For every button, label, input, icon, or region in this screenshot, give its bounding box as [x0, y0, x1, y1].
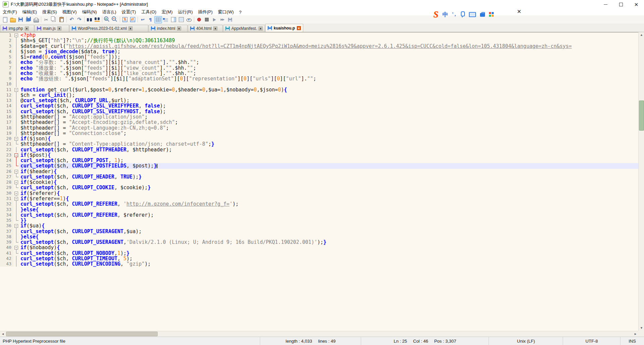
menu-item-1[interactable]: 文件(F) [0, 9, 20, 15]
menu-item-13[interactable]: ? [236, 9, 244, 15]
zoom-in-button[interactable] [103, 16, 111, 23]
menu-item-11[interactable]: 插件(P) [196, 9, 215, 15]
redo-button[interactable]: ↷ [75, 16, 83, 23]
sync-vertical-scrolling-button[interactable] [121, 16, 129, 23]
scroll-right-arrow[interactable]: ► [633, 331, 638, 337]
menu-item-10[interactable]: 运行(R) [175, 9, 195, 15]
document-map-button[interactable] [170, 16, 177, 23]
code-line[interactable]: 2$hh=$_GET["hh"]?:"\n";//换行符号(默认\n)QQ:30… [0, 38, 638, 43]
code-line[interactable]: 9echo "播放链接: ".$json["feeds"][$i]["adapt… [0, 76, 638, 81]
ime-language-toggle[interactable]: 中 [442, 11, 448, 18]
scroll-left-arrow[interactable]: ◄ [0, 331, 6, 337]
horizontal-scrollbar-thumb[interactable] [6, 332, 158, 336]
sogou-logo-icon[interactable]: S [433, 10, 438, 19]
code-line[interactable]: 21$httpheader[] = "Content-Type:applicat… [0, 141, 638, 147]
code-line[interactable]: 26if($header){ [0, 169, 638, 174]
menu-item-12[interactable]: 窗口(W) [215, 9, 236, 15]
new-file-button[interactable] [1, 16, 9, 23]
word-wrap-button[interactable]: ↩ [139, 16, 147, 23]
save-all-button[interactable] [24, 16, 32, 23]
code-line[interactable]: 6echo "分享数: ".$json["feeds"][$i]["share_… [0, 60, 638, 65]
menu-item-8[interactable]: 工具(O) [139, 9, 159, 15]
menu-item-7[interactable]: 设置(T) [119, 9, 139, 15]
code-line[interactable]: 25curl_setopt($ch, CURLOPT_POSTFIELDS, $… [0, 163, 638, 168]
tab-img.php[interactable]: img.phpx [0, 25, 34, 32]
copy-button[interactable] [50, 16, 58, 23]
code-line[interactable]: 12$ch = curl_init(); [0, 92, 638, 98]
maximize-button[interactable] [613, 0, 629, 9]
code-line[interactable]: 38}else{ [0, 234, 638, 239]
grid-icon[interactable] [489, 12, 494, 17]
code-line[interactable]: 7echo "播放量: ".$json["feeds"][$i]["view_c… [0, 65, 638, 71]
code-line[interactable]: 24curl_setopt($ch, CURLOPT_POST, 1); [0, 158, 638, 163]
code-line[interactable]: 19$httpheader[] = "Connection:close"; [0, 131, 638, 136]
tab-kuaishou.php[interactable]: kuaishou.phpx [265, 24, 303, 32]
fold-collapse-icon[interactable] [13, 32, 19, 38]
scroll-up-arrow[interactable]: ▲ [639, 32, 644, 38]
fold-collapse-icon[interactable] [13, 169, 19, 174]
tab-main.js[interactable]: main.jsx [35, 25, 69, 32]
fold-collapse-icon[interactable] [13, 87, 19, 92]
tab-close-icon[interactable]: x [25, 26, 29, 30]
tab-index.html[interactable]: index.htmlx [149, 25, 187, 32]
menu-item-6[interactable]: 语言(L) [100, 9, 119, 15]
code-line[interactable]: 34curl_setopt($ch, CURLOPT_REFERER, $ref… [0, 212, 638, 218]
menu-item-5[interactable]: 编码(N) [79, 9, 100, 15]
scroll-down-arrow[interactable]: ▼ [639, 325, 644, 331]
code-line[interactable]: 40if($nobaody){ [0, 245, 638, 250]
code-line[interactable]: 3$data=get_curl("https://apissl.gifshow.… [0, 44, 638, 49]
code-line[interactable]: 32curl_setopt($ch, CURLOPT_REFERER, 'htt… [0, 201, 638, 207]
code-line[interactable]: 8echo "收藏量: ".$json["feeds"][$i]["like_c… [0, 71, 638, 76]
save-file-button[interactable] [17, 16, 24, 23]
code-line[interactable]: 30if($referer){ [0, 191, 638, 196]
vertical-scrollbar-thumb[interactable] [639, 100, 644, 131]
tab-close-icon[interactable]: x [57, 26, 61, 30]
code-line[interactable]: 13@curl_setopt($ch, CURLOPT_URL,$url); [0, 98, 638, 103]
fold-collapse-icon[interactable] [13, 196, 19, 201]
code-line[interactable]: 22curl_setopt($ch, CURLOPT_HTTPHEADER, $… [0, 147, 638, 152]
code-line[interactable]: 43curl_setopt($ch, CURLOPT_ENCODING, "gz… [0, 261, 638, 267]
playback-macro-button[interactable] [211, 16, 218, 23]
microphone-icon[interactable] [461, 11, 465, 16]
tab-close-icon[interactable]: x [213, 26, 217, 30]
tab-close-icon[interactable]: x [297, 26, 301, 30]
ime-close-icon[interactable]: ✕ [517, 8, 521, 15]
code-line[interactable]: 37curl_setopt($ch, CURLOPT_USERAGENT,$ua… [0, 229, 638, 234]
code-line[interactable]: 1<?php [0, 32, 638, 38]
code-line[interactable]: 33}else{ [0, 207, 638, 212]
find-button[interactable] [86, 16, 93, 23]
sync-horizontal-scrolling-button[interactable] [129, 16, 137, 23]
fold-collapse-icon[interactable] [13, 136, 19, 141]
menu-item-3[interactable]: 搜索(S) [40, 9, 59, 15]
code-line[interactable]: 42curl_setopt($ch, CURLOPT_TIMEOUT, 5); [0, 256, 638, 261]
code-line[interactable]: 36if($ua){ [0, 223, 638, 228]
code-line[interactable]: 20if($json){ [0, 136, 638, 141]
ime-punctuation-toggle[interactable]: ’， [452, 11, 457, 17]
record-macro-button[interactable] [195, 16, 203, 23]
toolbox-icon[interactable] [480, 13, 485, 17]
zoom-out-button[interactable] [111, 16, 119, 23]
code-line[interactable]: 14curl_setopt($ch, CURLOPT_SSL_VERIFYPEE… [0, 103, 638, 109]
tab-WordPress.2023-01-02.xml[interactable]: WordPress.2023-01-02.xmlx [69, 25, 148, 32]
open-file-button[interactable] [9, 16, 17, 23]
tab-close-icon[interactable]: x [259, 26, 263, 30]
print-button[interactable] [32, 16, 40, 23]
minimize-button[interactable] [598, 0, 613, 9]
cut-button[interactable]: ✂ [42, 16, 50, 23]
fold-collapse-icon[interactable] [13, 245, 19, 250]
menu-item-2[interactable]: 编辑(E) [20, 9, 40, 15]
show-indent-guide-button[interactable] [154, 16, 162, 23]
keyboard-icon[interactable] [469, 12, 476, 17]
tab-close-icon[interactable]: x [128, 26, 132, 30]
show-all-characters-button[interactable]: ¶ [147, 16, 154, 23]
replace-button[interactable] [93, 16, 101, 23]
close-button[interactable]: ✕ [629, 0, 644, 9]
tab-AppxManifest.xml[interactable]: AppxManifest.xmlx [223, 25, 265, 32]
code-line[interactable]: 23if($post){ [0, 152, 638, 158]
code-line[interactable]: 28if($cookie){ [0, 180, 638, 185]
code-line[interactable]: 18$httpheader[] = "Accept-Language:zh-CN… [0, 125, 638, 131]
fold-collapse-icon[interactable] [13, 191, 19, 196]
undo-button[interactable]: ↶ [68, 16, 75, 23]
code-line[interactable]: 31if($referer==1){ [0, 196, 638, 201]
code-line[interactable]: 35}} [0, 218, 638, 223]
